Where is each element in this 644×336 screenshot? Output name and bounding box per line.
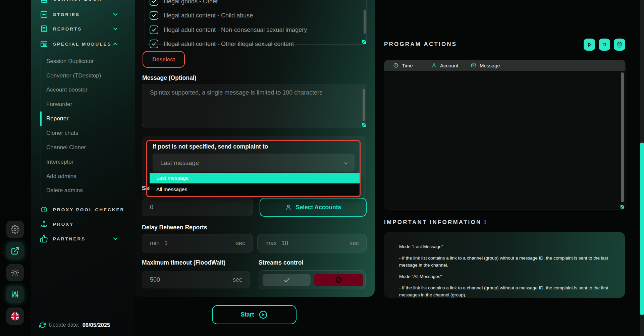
complaint-mode-value: Last message [160, 154, 199, 172]
deselect-button[interactable]: Deselect [143, 51, 185, 68]
sidebar-item-label: PROXY [53, 222, 74, 227]
thumbs-up-icon [40, 235, 48, 243]
sidebar-item-account-booster[interactable]: Account booster [46, 86, 88, 94]
important-information-title: IMPORTANT INFORMATION ! [384, 219, 487, 226]
play-circle-icon [259, 310, 268, 319]
timeout-value: 500 [150, 276, 160, 283]
preferences-sliders-button[interactable] [6, 286, 24, 303]
sidebar-item-reports[interactable]: REPORTS [40, 24, 135, 33]
streams-control-group [259, 270, 366, 289]
select-accounts-button-label: Select Accounts [296, 204, 341, 211]
sidebar-item-proxy-pool-checker[interactable]: PROXY POOL CHECKER [40, 205, 135, 214]
settings-button[interactable] [6, 221, 24, 238]
sidebar-item-label: REPORTS [53, 26, 82, 32]
accounts-count-input[interactable]: 0 [142, 199, 253, 216]
checkbox-checked-icon[interactable] [150, 11, 158, 20]
dropdown-option-all-messages[interactable]: All messages [150, 183, 360, 195]
column-label: Message [480, 63, 500, 68]
list-item[interactable]: Illegal adult content - Non-consensual s… [150, 23, 307, 37]
table-header-row: Time Account Message [384, 60, 625, 71]
min-unit: sec [236, 240, 245, 247]
column-header-message: Message [471, 60, 500, 71]
list-scrollbar[interactable] [364, 10, 366, 34]
active-module-indicator [40, 111, 42, 126]
sidebar-item-forwarder[interactable]: Forwarder [46, 100, 72, 108]
checkbox-checked-icon[interactable] [150, 25, 158, 34]
timeout-input[interactable]: 500 sec [142, 271, 250, 288]
min-value: 1 [164, 240, 168, 247]
stop-icon [601, 42, 607, 48]
violation-label: Illegal adult content - Other illegal se… [164, 41, 294, 48]
delay-max-input[interactable]: max 10 sec [257, 234, 367, 253]
streams-enable-button[interactable] [263, 274, 311, 286]
clear-log-button[interactable] [614, 39, 625, 51]
stop-button[interactable] [599, 39, 610, 51]
complaint-mode-select[interactable]: Last message [153, 154, 355, 172]
list-resize-handle[interactable] [362, 40, 366, 44]
violation-type-list[interactable]: Illegal goods - Other Illegal adult cont… [145, 0, 367, 45]
list-item[interactable]: Illegal adult content - Child abuse [150, 8, 253, 22]
program-actions-table: Time Account Message [384, 60, 626, 210]
network-icon [40, 220, 48, 228]
max-value: 10 [281, 240, 288, 247]
person-icon [431, 63, 437, 68]
delay-min-input[interactable]: min 1 sec [142, 234, 253, 253]
sidebar-item-reporter[interactable]: Reporter [46, 115, 68, 123]
sidebar-item-label: STORIES [53, 12, 80, 17]
external-link-button[interactable] [6, 242, 24, 260]
submodule-guide-line [41, 54, 41, 199]
modules-grid-icon [40, 40, 48, 48]
sidebar-item-label: PROXY POOL CHECKER [53, 207, 124, 212]
refresh-icon[interactable] [39, 322, 46, 328]
sidebar-item-interceptor[interactable]: Interceptor [46, 158, 73, 166]
table-scrollbar[interactable] [621, 72, 624, 202]
sidebar-item-add-admins[interactable]: Add admins [46, 172, 76, 180]
important-information-box: Mode "Last Message" - If the link list c… [384, 232, 625, 298]
receipt-icon [40, 25, 48, 33]
important-information-text: Mode "Last Message" - If the link list c… [399, 243, 614, 303]
sidebar-item-label: SPECIAL MODULES [53, 42, 112, 47]
run-button[interactable] [584, 39, 595, 51]
play-icon [586, 42, 592, 48]
checkbox-checked-icon[interactable] [150, 40, 158, 48]
start-button[interactable]: Start [212, 305, 297, 324]
list-item[interactable]: Illegal adult content - Other illegal se… [150, 37, 294, 51]
theme-brightness-button[interactable] [6, 264, 24, 281]
accounts-count-value: 0 [150, 204, 153, 211]
sidebar-item-session-duplicator[interactable]: Session Duplicator [46, 57, 94, 65]
table-resize-handle[interactable] [621, 205, 624, 209]
sidebar-item-special-modules[interactable]: SPECIAL MODULES [40, 40, 135, 48]
sidebar-item-delete-admins[interactable]: Delete admins [46, 186, 83, 194]
envelope-icon [471, 63, 476, 68]
streams-disable-button[interactable] [314, 274, 363, 286]
uk-flag-icon [10, 312, 20, 321]
column-header-account: Account [431, 60, 458, 71]
sidebar-item-channel-cloner[interactable]: Channel Cloner [46, 144, 86, 152]
clock-icon [393, 63, 398, 68]
external-link-icon [11, 246, 19, 255]
textarea-resize-handle[interactable] [362, 123, 366, 127]
sidebar: CONTACT BOOK STORIES REPORTS [31, 0, 135, 336]
sidebar-item-converter-tdesktop[interactable]: Converter (TDesktop) [46, 72, 101, 80]
plus-square-icon [40, 10, 48, 18]
person-icon [285, 204, 292, 211]
language-button[interactable] [6, 307, 24, 325]
chevron-down-icon [112, 25, 119, 32]
sidebar-item-contact-book[interactable]: CONTACT BOOK [40, 0, 135, 3]
list-item[interactable]: Illegal goods - Other [150, 0, 218, 8]
complaint-mode-label: If post is not specified, send complaint… [153, 143, 268, 150]
checkbox-checked-icon[interactable] [150, 0, 158, 6]
update-date-label: Update date: [49, 322, 79, 328]
dropdown-option-last-message[interactable]: Last message [150, 173, 360, 183]
page-scrollbar-thumb[interactable] [640, 143, 644, 315]
sidebar-item-proxy[interactable]: PROXY [40, 220, 135, 228]
chevron-down-icon [343, 161, 348, 166]
sidebar-item-partners[interactable]: PARTNERS [40, 234, 135, 243]
message-textarea[interactable]: Spintax supported, a single message is l… [142, 84, 366, 127]
select-accounts-button[interactable]: Select Accounts [260, 198, 367, 217]
textarea-scrollbar[interactable] [363, 89, 365, 121]
info-line: Mode "All Messages" [399, 273, 614, 280]
sidebar-item-cloner-chats[interactable]: Cloner chats [46, 129, 78, 137]
block-icon [335, 276, 342, 284]
sidebar-item-stories[interactable]: STORIES [40, 10, 135, 19]
